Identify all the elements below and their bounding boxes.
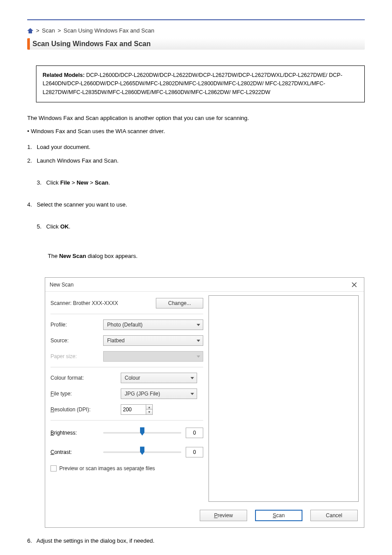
contrast-label: Contrast:	[50, 449, 103, 455]
close-button[interactable]	[346, 279, 362, 291]
resolution-label: Resolution (DPI):	[50, 406, 121, 413]
separate-files-checkbox-row[interactable]: Preview or scan images as separate files	[50, 465, 203, 472]
chevron-down-icon	[191, 393, 194, 395]
related-models-list: DCP-L2600D/DCP-L2620DW/DCP-L2622DW/DCP-L…	[43, 72, 342, 95]
slider-thumb-icon	[139, 446, 145, 457]
brightness-slider[interactable]	[103, 428, 181, 437]
step-6-note: The scanner resolution can be set to a m…	[27, 548, 365, 555]
profile-label: Profile:	[50, 322, 103, 328]
related-models-label: Related Models:	[43, 72, 85, 78]
brightness-label: Brightness:	[50, 430, 103, 436]
divider	[50, 420, 203, 421]
paper-size-label: Paper size:	[50, 353, 103, 359]
breadcrumb-sep: >	[58, 27, 61, 34]
change-scanner-button[interactable]: Change...	[156, 298, 203, 308]
step-1: 1. Load your document.	[27, 143, 365, 152]
file-type-select[interactable]: JPG (JPG File)	[121, 388, 197, 399]
brightness-value[interactable]: 0	[186, 428, 203, 438]
breadcrumb-sep: >	[36, 27, 40, 34]
close-icon	[352, 280, 357, 290]
slider-thumb-icon	[139, 427, 145, 437]
top-rule	[27, 19, 365, 20]
chevron-down-icon	[197, 355, 200, 358]
breadcrumb-page: Scan Using Windows Fax and Scan	[64, 27, 155, 34]
step-4: 4. Select the scanner you want to use.	[27, 200, 365, 209]
profile-select[interactable]: Photo (Default)	[103, 319, 203, 330]
source-label: Source:	[50, 337, 103, 344]
step-5-tail: The New Scan dialog box appears.	[27, 243, 365, 269]
divider	[50, 367, 203, 367]
step-5: 5. Click OK.	[27, 214, 365, 240]
contrast-value[interactable]: 0	[186, 447, 203, 457]
breadcrumb: > Scan > Scan Using Windows Fax and Scan	[27, 27, 365, 34]
colour-format-select[interactable]: Colour	[121, 373, 197, 383]
related-models-box: Related Models: DCP-L2600D/DCP-L2620DW/D…	[36, 65, 365, 102]
chevron-down-icon	[191, 377, 194, 379]
spinner-down-button[interactable]: ▼	[146, 410, 153, 415]
intro-line: The Windows Fax and Scan application is …	[27, 114, 365, 123]
step-3: 3. Click File > New > Scan.	[27, 170, 365, 196]
dialog-title: New Scan	[50, 282, 74, 288]
intro-text: The Windows Fax and Scan application is …	[27, 114, 365, 269]
colour-format-label: Colour format:	[50, 375, 121, 381]
step-6: 6. Adjust the settings in the dialog box…	[27, 537, 365, 545]
preview-area	[209, 295, 359, 502]
scan-button[interactable]: Scan	[255, 510, 302, 521]
cancel-button[interactable]: Cancel	[310, 510, 358, 521]
breadcrumb-section: Scan	[42, 27, 55, 34]
paper-size-select	[103, 351, 203, 362]
page-heading: Scan Using Windows Fax and Scan	[27, 38, 365, 50]
bullet-line: Windows Fax and Scan uses the WIA scanne…	[31, 128, 165, 134]
heading-text: Scan Using Windows Fax and Scan	[32, 40, 151, 48]
file-type-label: File type:	[50, 391, 121, 397]
step-2: 2. Launch Windows Fax and Scan.	[27, 156, 365, 165]
checkbox-icon	[50, 465, 57, 472]
chevron-down-icon	[197, 340, 200, 342]
divider	[50, 314, 203, 314]
preview-button[interactable]: Preview	[200, 510, 247, 521]
dialog-titlebar: New Scan	[45, 278, 364, 292]
chevron-down-icon	[197, 324, 200, 326]
scanner-label: Scanner: Brother XXX-XXXX	[50, 300, 118, 306]
source-select[interactable]: Flatbed	[103, 335, 203, 346]
new-scan-dialog: New Scan Scanner: Brother XXX-XXXX Chang…	[45, 277, 364, 528]
spinner-up-button[interactable]: ▲	[146, 404, 153, 410]
separate-files-label: Preview or scan images as separate files	[59, 465, 155, 472]
resolution-input[interactable]	[121, 404, 146, 415]
home-icon	[27, 28, 33, 33]
contrast-slider[interactable]	[103, 448, 181, 457]
